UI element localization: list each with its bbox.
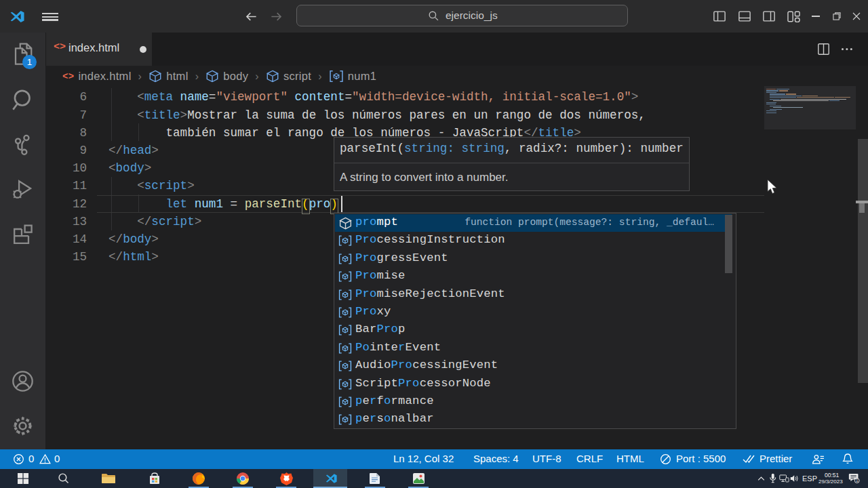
svg-text:1: 1 xyxy=(856,478,859,483)
